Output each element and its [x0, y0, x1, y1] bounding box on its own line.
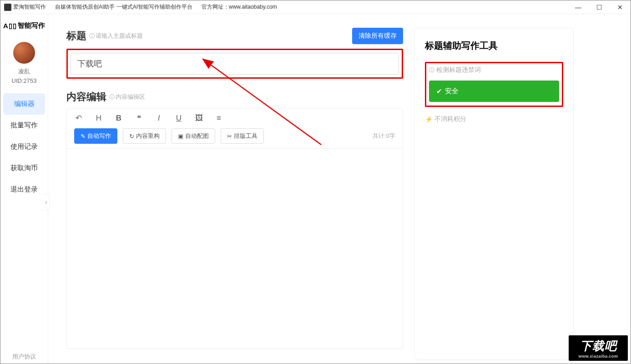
italic-icon[interactable]: I [154, 114, 163, 123]
editor-toolbar: ↶ H B ❝ I U 🖼 ≡ ✎ 自动写作 ↻ 内容重构 [66, 108, 403, 149]
auto-write-button[interactable]: ✎ 自动写作 [74, 128, 117, 144]
collapse-chevron-icon[interactable]: ‹ [43, 194, 50, 210]
app-subtitle: 自媒体智能伪原创AI助手 一键式AI智能写作辅助创作平台 [55, 3, 192, 11]
quote-icon[interactable]: ❝ [134, 113, 143, 123]
assistant-panel: 标题辅助写作工具 检测标题违禁词 ✔ 安全 ⚡ 不消耗积分 [414, 28, 574, 360]
logo-text: 智能写作 [18, 21, 45, 30]
minimize-button[interactable]: — [568, 0, 589, 14]
url-label: 官方网址：www.aitaobaby.com [202, 3, 277, 11]
sidebar-item-editor[interactable]: 编辑器 [3, 93, 45, 115]
title-heading: 标题 [66, 29, 86, 43]
refresh-icon: ↻ [129, 133, 134, 140]
clear-cache-button[interactable]: 清除所有缓存 [352, 28, 403, 44]
safe-status-banner: ✔ 安全 [429, 81, 559, 102]
sidebar-item-logout[interactable]: 退出登录 [0, 179, 48, 200]
username: 凌乱 [18, 67, 30, 76]
info-icon [89, 32, 95, 40]
title-input[interactable] [71, 53, 399, 75]
layout-icon: ✂ [227, 133, 232, 140]
logo: A▯▯ 智能写作 [3, 19, 45, 33]
logo-icon: A▯▯ [3, 22, 17, 30]
titlebar: 爱淘智能写作 自媒体智能伪原创AI助手 一键式AI智能写作辅助创作平台 官方网址… [0, 0, 631, 14]
rebuild-button[interactable]: ↻ 内容重构 [123, 128, 166, 144]
avatar[interactable] [13, 42, 35, 64]
watermark: 下载吧 www.xiazaiba.com [569, 335, 628, 361]
sidebar-item-history[interactable]: 使用记录 [0, 136, 48, 157]
content-heading: 内容编辑 [66, 90, 106, 104]
info-icon [429, 66, 434, 74]
underline-icon[interactable]: U [174, 114, 183, 123]
lightning-icon: ⚡ [425, 116, 433, 123]
content-hint: 内容编辑区 [109, 93, 145, 101]
check-circle-icon: ✔ [436, 87, 442, 96]
picture-icon: ▣ [178, 133, 183, 140]
layout-tool-button[interactable]: ✂ 排版工具 [221, 128, 264, 144]
undo-icon[interactable]: ↶ [74, 113, 83, 123]
user-agreement-link[interactable]: 用户协议 [12, 353, 36, 361]
bold-icon[interactable]: B [114, 114, 123, 123]
image-icon[interactable]: 🖼 [194, 114, 203, 123]
points-info: ⚡ 不消耗积分 [425, 115, 563, 123]
title-hint: 请输入主题或标题 [89, 32, 143, 40]
assistant-heading: 标题辅助写作工具 [425, 40, 563, 52]
app-icon [4, 4, 11, 11]
info-icon [109, 93, 115, 101]
auto-image-button[interactable]: ▣ 自动配图 [172, 128, 215, 144]
editor-textarea[interactable] [66, 149, 403, 349]
app-name: 爱淘智能写作 [13, 3, 46, 11]
check-highlight-box: 检测标题违禁词 ✔ 安全 [425, 62, 563, 107]
sidebar-item-coins[interactable]: 获取淘币 [0, 157, 48, 179]
close-button[interactable]: ✕ [610, 0, 631, 14]
sidebar-item-batch[interactable]: 批量写作 [0, 115, 48, 136]
uid: UID:2753 [12, 77, 37, 84]
word-count: 共计:0字 [373, 132, 395, 140]
sidebar: A▯▯ 智能写作 凌乱 UID:2753 编辑器 批量写作 使用记录 获取淘币 … [0, 14, 48, 364]
pencil-icon: ✎ [81, 133, 86, 140]
check-forbidden-row: 检测标题违禁词 [429, 66, 559, 74]
title-highlight-box [66, 49, 403, 79]
align-icon[interactable]: ≡ [214, 114, 223, 123]
maximize-button[interactable]: ☐ [589, 0, 610, 14]
heading-icon[interactable]: H [94, 114, 103, 123]
